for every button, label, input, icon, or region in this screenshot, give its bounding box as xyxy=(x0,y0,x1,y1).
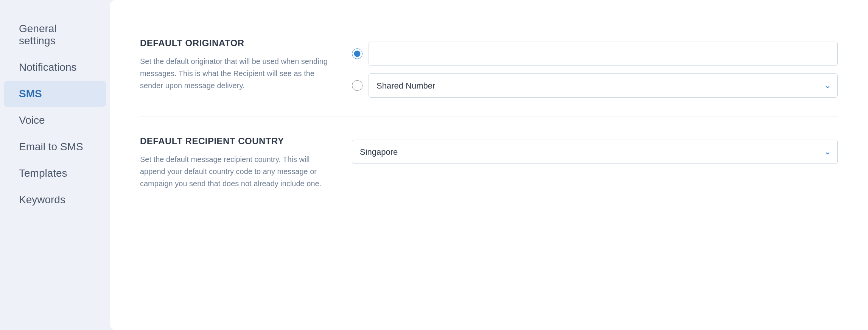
originator-radio-2[interactable] xyxy=(352,80,362,91)
originator-select[interactable]: Shared Number Custom Number Alphanumeric xyxy=(369,73,838,98)
default-originator-section: DEFAULT ORIGINATOR Set the default origi… xyxy=(140,19,838,117)
country-description: Set the default message recipient countr… xyxy=(140,153,329,190)
country-title: DEFAULT RECIPIENT COUNTRY xyxy=(140,136,329,146)
sidebar-item-sms[interactable]: SMS xyxy=(4,81,106,107)
originator-title: DEFAULT ORIGINATOR xyxy=(140,38,329,48)
originator-option-2: Shared Number Custom Number Alphanumeric… xyxy=(352,73,838,98)
sidebar-item-notifications[interactable]: Notifications xyxy=(4,54,106,80)
sidebar-item-email-to-sms[interactable]: Email to SMS xyxy=(4,134,106,160)
sidebar: General settings Notifications SMS Voice… xyxy=(0,0,110,330)
sidebar-item-templates[interactable]: Templates xyxy=(4,160,106,186)
country-select-wrapper: Singapore Australia United States United… xyxy=(352,140,838,164)
section-right-country: Singapore Australia United States United… xyxy=(352,136,838,164)
section-left-country: DEFAULT RECIPIENT COUNTRY Set the defaul… xyxy=(140,136,329,190)
originator-select-wrapper: Shared Number Custom Number Alphanumeric… xyxy=(369,73,838,98)
sidebar-item-voice[interactable]: Voice xyxy=(4,107,106,133)
main-content: DEFAULT ORIGINATOR Set the default origi… xyxy=(110,0,868,330)
originator-text-input[interactable] xyxy=(369,42,838,66)
default-recipient-country-section: DEFAULT RECIPIENT COUNTRY Set the defaul… xyxy=(140,117,838,209)
sidebar-item-keywords[interactable]: Keywords xyxy=(4,187,106,213)
originator-description: Set the default originator that will be … xyxy=(140,55,329,92)
section-left-originator: DEFAULT ORIGINATOR Set the default origi… xyxy=(140,38,329,92)
originator-radio-1[interactable] xyxy=(352,48,362,59)
sidebar-item-general-settings[interactable]: General settings xyxy=(4,16,106,54)
section-right-originator: Shared Number Custom Number Alphanumeric… xyxy=(352,38,838,98)
country-select[interactable]: Singapore Australia United States United… xyxy=(352,140,838,164)
originator-option-1 xyxy=(352,42,838,66)
